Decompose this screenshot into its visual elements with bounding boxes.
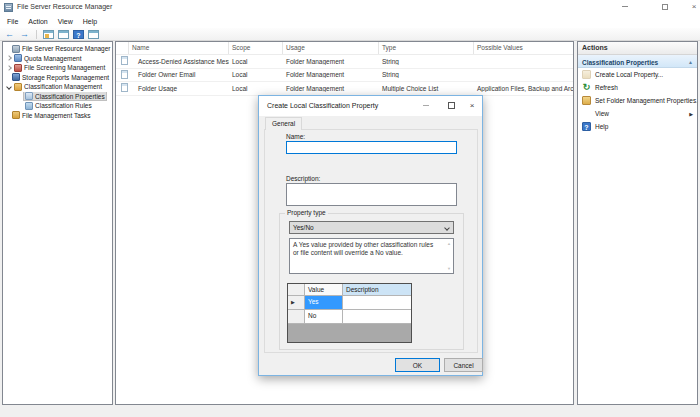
window-close-button[interactable]: × <box>684 0 700 14</box>
window-title: File Server Resource Manager <box>17 3 112 10</box>
name-input[interactable] <box>286 141 457 154</box>
action-label: Help <box>595 123 608 130</box>
property-doc-icon <box>121 70 128 79</box>
grid-header-row: Value Description <box>288 284 411 296</box>
menu-view[interactable]: View <box>53 18 78 25</box>
file-server-resource-manager-window: File Server Resource Manager × File Acti… <box>0 0 700 417</box>
file-management-tasks-icon <box>12 111 20 119</box>
action-label: Set Folder Management Properties... <box>595 97 697 104</box>
list-row-folder-usage[interactable]: Folder Usage Local Folder Management Mul… <box>116 82 573 96</box>
console-tree-panel: File Server Resource Manager (Local) Quo… <box>2 41 113 405</box>
chevron-collapsed-icon[interactable] <box>6 55 12 61</box>
tree-item-label: File Server Resource Manager (Local) <box>22 45 112 52</box>
actions-section-header[interactable]: Classification Properties ▲ <box>578 55 697 68</box>
dialog-maximize-button[interactable] <box>445 101 457 111</box>
list-row-access-denied-assistance-message[interactable]: Access-Denied Assistance Message Local F… <box>116 55 573 69</box>
column-header-possible-values[interactable]: Possible Values <box>474 42 573 54</box>
grid-column-value[interactable]: Value <box>305 284 343 296</box>
action-refresh[interactable]: ↻ Refresh <box>578 81 697 94</box>
action-label: Refresh <box>595 84 618 91</box>
console-tree-icon[interactable] <box>58 30 69 39</box>
action-pane-icon[interactable] <box>88 30 99 39</box>
tree-item-classification-management[interactable]: Classification Management <box>3 82 112 92</box>
create-property-icon <box>582 70 591 79</box>
list-row-folder-owner-email[interactable]: Folder Owner Email Local Folder Manageme… <box>116 69 573 83</box>
column-header-usage[interactable]: Usage <box>283 42 379 54</box>
action-view[interactable]: View ▶ <box>578 107 697 120</box>
grid-column-description[interactable]: Description <box>343 284 411 296</box>
tree-item-label: File Management Tasks <box>22 112 91 119</box>
cell-usage: Folder Management <box>283 85 379 92</box>
forward-button[interactable]: → <box>19 29 30 39</box>
actions-section-title: Classification Properties <box>582 59 658 66</box>
type-description-text: A Yes value provided by other classifica… <box>293 241 439 257</box>
property-doc-icon <box>121 83 128 92</box>
cell-usage: Folder Management <box>283 71 379 78</box>
grid-row-no: No <box>288 310 411 324</box>
column-header-type[interactable]: Type <box>379 42 474 54</box>
grid-cell-description[interactable] <box>343 296 411 310</box>
dialog-titlebar: Create Local Classification Property × <box>259 96 482 116</box>
action-label: Create Local Property... <box>595 71 663 78</box>
window-minimize-button[interactable] <box>615 0 635 14</box>
chevron-expanded-icon[interactable] <box>6 84 12 90</box>
tree-item-file-screening-management[interactable]: File Screening Management <box>3 63 112 73</box>
description-input[interactable] <box>286 183 457 206</box>
tree-item-root[interactable]: File Server Resource Manager (Local) <box>3 44 112 54</box>
window-maximize-button[interactable] <box>655 0 675 14</box>
actions-panel: Actions Classification Properties ▲ Crea… <box>577 41 698 405</box>
column-header-name[interactable]: Name <box>129 42 229 54</box>
actions-header: Actions <box>578 42 697 55</box>
classification-management-icon <box>14 83 22 91</box>
action-help[interactable]: ? Help <box>578 120 697 133</box>
cell-usage: Folder Management <box>283 58 379 65</box>
ok-button[interactable]: OK <box>395 358 440 372</box>
current-row-marker-icon: ▶ <box>291 299 295 305</box>
column-header-icon[interactable] <box>116 42 129 54</box>
grid-cell-description[interactable] <box>343 310 411 324</box>
tree-item-quota-management[interactable]: Quota Management <box>3 54 112 64</box>
action-set-folder-management-properties[interactable]: Set Folder Management Properties... <box>578 94 697 107</box>
quota-management-icon <box>14 54 22 62</box>
cancel-button[interactable]: Cancel <box>444 358 483 372</box>
cell-scope: Local <box>229 58 283 65</box>
dialog-close-button[interactable]: × <box>465 101 479 111</box>
grid-corner-cell <box>288 284 305 296</box>
column-header-scope[interactable]: Scope <box>229 42 283 54</box>
property-type-select[interactable]: Yes/No <box>289 221 454 234</box>
cell-type: Multiple Choice List <box>379 85 474 92</box>
classification-properties-icon <box>25 92 33 100</box>
collapse-section-icon[interactable]: ▲ <box>688 59 693 65</box>
property-type-label: Property type <box>285 209 328 216</box>
tree-item-classification-rules[interactable]: Classification Rules <box>3 101 112 111</box>
cell-name: Folder Owner Email <box>129 71 229 78</box>
grid-row-header[interactable]: ▶ <box>288 296 305 310</box>
dialog-title: Create Local Classification Property <box>267 102 378 109</box>
file-screening-icon <box>14 64 22 72</box>
tree-item-label: Classification Rules <box>35 102 92 109</box>
grid-cell-value[interactable]: No <box>305 310 343 324</box>
back-button[interactable]: ← <box>4 29 15 39</box>
menu-help[interactable]: Help <box>78 18 102 25</box>
name-label: Name: <box>286 133 305 140</box>
cell-type: String <box>379 71 474 78</box>
values-grid: Value Description ▶ Yes No <box>287 283 412 343</box>
scroll-up-icon[interactable]: ▲ <box>447 241 451 246</box>
tree-item-storage-reports-management[interactable]: Storage Reports Management <box>3 73 112 83</box>
dialog-minimize-button[interactable] <box>419 101 433 111</box>
tree-item-classification-properties[interactable]: Classification Properties <box>3 92 112 102</box>
help-toolbar-icon[interactable]: ? <box>73 30 84 39</box>
chevron-collapsed-icon[interactable] <box>6 65 12 71</box>
menu-action[interactable]: Action <box>23 18 52 25</box>
tree-item-label: Classification Management <box>24 83 102 90</box>
cell-type: String <box>379 58 474 65</box>
menu-bar: File Action View Help <box>0 15 700 28</box>
menu-file[interactable]: File <box>2 18 23 25</box>
tab-general[interactable]: General <box>265 117 302 130</box>
grid-cell-value[interactable]: Yes <box>305 296 343 310</box>
action-create-local-property[interactable]: Create Local Property... <box>578 68 697 81</box>
export-list-icon[interactable] <box>43 30 54 39</box>
tree-item-file-management-tasks[interactable]: File Management Tasks <box>3 111 112 121</box>
grid-row-header[interactable] <box>288 310 305 324</box>
scroll-down-icon[interactable]: ▼ <box>447 266 451 271</box>
